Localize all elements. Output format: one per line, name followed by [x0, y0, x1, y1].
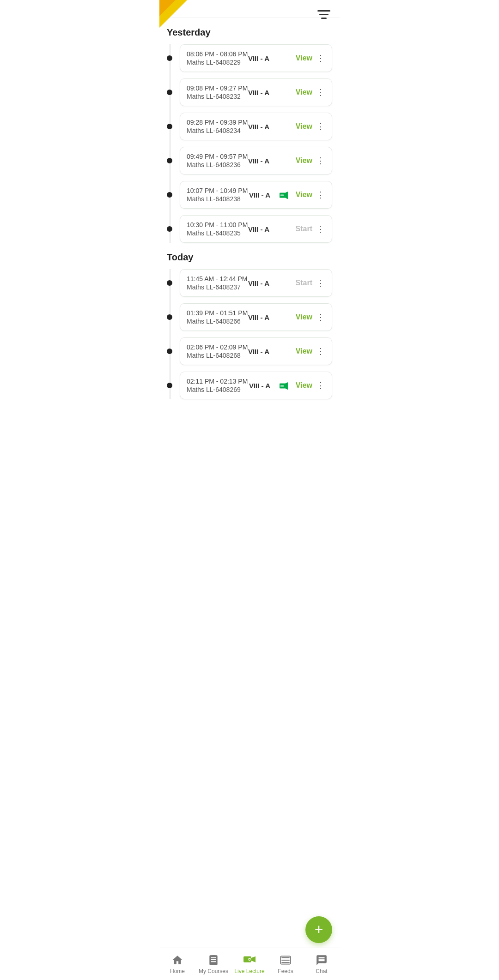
more-options-button[interactable]: ⋮ — [316, 381, 325, 390]
more-options-button[interactable]: ⋮ — [316, 156, 325, 165]
card-info: 08:06 PM - 08:06 PMMaths LL-6408229 — [187, 50, 241, 66]
nav-my-courses[interactable]: My Courses — [195, 948, 231, 980]
bottom-navigation: Home My Courses Live Lecture — [159, 948, 340, 980]
nav-live-lecture[interactable]: Live Lecture — [231, 948, 268, 980]
card-info: 02:11 PM - 02:13 PMMaths LL-6408269 — [187, 378, 242, 393]
card-action-view[interactable]: View — [293, 156, 312, 165]
lecture-card[interactable]: 10:30 PM - 11:00 PMMaths LL-6408235VIII … — [180, 215, 332, 243]
svg-marker-17 — [251, 956, 256, 962]
card-class: VIII - A — [246, 382, 274, 390]
card-time: 11:45 AM - 12:44 PM — [187, 275, 241, 283]
logo — [159, 0, 187, 28]
more-options-button[interactable]: ⋮ — [316, 313, 325, 321]
more-options-button[interactable]: ⋮ — [316, 347, 325, 355]
lecture-card[interactable]: 02:06 PM - 02:09 PMMaths LL-6408268VIII … — [180, 337, 332, 365]
page-title — [170, 7, 330, 11]
list-item: 11:45 AM - 12:44 PMMaths LL-6408237VIII … — [180, 269, 332, 297]
card-info: 02:06 PM - 02:09 PMMaths LL-6408268 — [187, 343, 241, 359]
svg-rect-4 — [321, 18, 327, 19]
card-class: VIII - A — [245, 54, 273, 62]
nav-feeds[interactable]: Feeds — [268, 948, 304, 980]
lecture-card[interactable]: 10:07 PM - 10:49 PMMaths LL-6408238VIII … — [180, 181, 332, 209]
card-name: Maths LL-6408234 — [187, 127, 241, 134]
svg-rect-14 — [280, 385, 284, 387]
svg-rect-15 — [212, 955, 216, 957]
timeline-today: 11:45 AM - 12:44 PMMaths LL-6408237VIII … — [167, 269, 332, 399]
nav-chat-label: Chat — [316, 968, 327, 974]
lecture-card[interactable]: 11:45 AM - 12:44 PMMaths LL-6408237VIII … — [180, 269, 332, 297]
svg-marker-8 — [286, 192, 288, 199]
google-meet-icon — [277, 379, 289, 391]
more-options-button[interactable]: ⋮ — [316, 279, 325, 287]
card-action-view[interactable]: View — [293, 191, 312, 199]
header — [159, 0, 340, 18]
live-lecture-icon — [243, 954, 256, 966]
more-options-button[interactable]: ⋮ — [316, 225, 325, 233]
list-item: 02:06 PM - 02:09 PMMaths LL-6408268VIII … — [180, 337, 332, 365]
nav-live-lecture-label: Live Lecture — [234, 968, 264, 974]
timeline-dot — [167, 280, 172, 286]
card-action-view[interactable]: View — [293, 88, 312, 96]
more-options-button[interactable]: ⋮ — [316, 54, 325, 62]
card-action-view[interactable]: View — [293, 54, 312, 62]
card-action-view[interactable]: View — [293, 347, 312, 355]
section-yesterday: Yesterday08:06 PM - 08:06 PMMaths LL-640… — [167, 27, 332, 243]
add-button[interactable]: + — [305, 916, 332, 943]
lecture-card[interactable]: 01:39 PM - 01:51 PMMaths LL-6408266VIII … — [180, 303, 332, 331]
card-time: 02:06 PM - 02:09 PM — [187, 343, 241, 351]
timeline-dot — [167, 158, 172, 163]
lecture-card[interactable]: 09:08 PM - 09:27 PMMaths LL-6408232VIII … — [180, 78, 332, 106]
card-name: Maths LL-6408268 — [187, 352, 241, 359]
nav-chat[interactable]: Chat — [304, 948, 340, 980]
card-action-start[interactable]: Start — [293, 225, 312, 233]
nav-home-label: Home — [170, 968, 185, 974]
list-item: 10:30 PM - 11:00 PMMaths LL-6408235VIII … — [180, 215, 332, 243]
card-info: 10:07 PM - 10:49 PMMaths LL-6408238 — [187, 187, 242, 203]
lecture-card[interactable]: 09:49 PM - 09:57 PMMaths LL-6408236VIII … — [180, 147, 332, 174]
list-item: 01:39 PM - 01:51 PMMaths LL-6408266VIII … — [180, 303, 332, 331]
more-options-button[interactable]: ⋮ — [316, 191, 325, 199]
list-item: 09:08 PM - 09:27 PMMaths LL-6408232VIII … — [180, 78, 332, 106]
list-item: 09:49 PM - 09:57 PMMaths LL-6408236VIII … — [180, 147, 332, 174]
nav-home[interactable]: Home — [159, 948, 195, 980]
google-meet-icon — [277, 189, 289, 201]
section-yesterday-title: Yesterday — [167, 27, 332, 38]
content-area: Yesterday08:06 PM - 08:06 PMMaths LL-640… — [159, 27, 340, 447]
lecture-card[interactable]: 08:06 PM - 08:06 PMMaths LL-6408229VIII … — [180, 44, 332, 72]
home-icon — [171, 954, 183, 966]
card-class: VIII - A — [245, 348, 273, 355]
card-time: 02:11 PM - 02:13 PM — [187, 378, 242, 385]
lecture-card[interactable]: 09:28 PM - 09:39 PMMaths LL-6408234VIII … — [180, 113, 332, 140]
card-time: 01:39 PM - 01:51 PM — [187, 309, 241, 317]
card-action-view[interactable]: View — [293, 381, 312, 390]
card-time: 08:06 PM - 08:06 PM — [187, 50, 241, 58]
card-name: Maths LL-6408236 — [187, 161, 241, 168]
nav-feeds-label: Feeds — [278, 968, 293, 974]
card-action-view[interactable]: View — [293, 122, 312, 131]
card-name: Maths LL-6408229 — [187, 59, 241, 66]
plus-icon: + — [315, 922, 323, 937]
timeline-dot — [167, 383, 172, 388]
list-item: 10:07 PM - 10:49 PMMaths LL-6408238VIII … — [180, 181, 332, 209]
more-options-button[interactable]: ⋮ — [316, 122, 325, 131]
timeline-dot — [167, 192, 172, 198]
svg-rect-3 — [319, 14, 329, 15]
card-info: 09:49 PM - 09:57 PMMaths LL-6408236 — [187, 153, 241, 168]
more-options-button[interactable]: ⋮ — [316, 88, 325, 96]
card-action-view[interactable]: View — [293, 313, 312, 321]
section-today: Today11:45 AM - 12:44 PMMaths LL-6408237… — [167, 252, 332, 399]
card-class: VIII - A — [245, 279, 273, 287]
card-name: Maths LL-6408237 — [187, 283, 241, 291]
card-time: 09:49 PM - 09:57 PM — [187, 153, 241, 160]
card-class: VIII - A — [245, 313, 273, 321]
card-action-start[interactable]: Start — [293, 279, 312, 287]
timeline-dot — [167, 314, 172, 320]
section-today-title: Today — [167, 252, 332, 263]
lecture-card[interactable]: 02:11 PM - 02:13 PMMaths LL-6408269VIII … — [180, 372, 332, 399]
timeline-dot — [167, 55, 172, 61]
card-class: VIII - A — [245, 123, 273, 131]
filter-button[interactable] — [317, 10, 330, 21]
card-info: 09:08 PM - 09:27 PMMaths LL-6408232 — [187, 84, 241, 100]
card-class: VIII - A — [245, 157, 273, 165]
feeds-icon — [280, 954, 292, 966]
